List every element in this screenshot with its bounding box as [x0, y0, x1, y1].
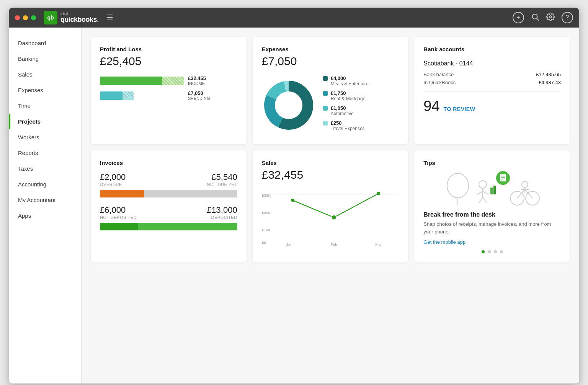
in-qb-label: In QuickBooks — [423, 80, 456, 85]
spending-label: SPENDING — [188, 96, 210, 101]
income-label: INCOME — [188, 81, 206, 86]
bank-balance-row: Bank balance £12,435.65 — [423, 72, 561, 77]
sidebar-item-my-accountant[interactable]: My Accountant — [9, 192, 81, 208]
sales-chart: £30K £20K £10K £0 — [262, 188, 399, 249]
tips-title: Tips — [423, 160, 561, 166]
expenses-card: Expenses £7,050 — [253, 37, 408, 144]
invoices-card: Invoices £2,000 OVERDUE £5,540 NOT DUE Y… — [91, 150, 247, 263]
close-button[interactable] — [15, 15, 20, 20]
sidebar-item-label: Dashboard — [18, 40, 46, 46]
sidebar-item-label: My Accountant — [18, 197, 56, 203]
legend-item-4: £250 Travel Expenses — [323, 120, 399, 131]
sales-title: Sales — [262, 160, 399, 166]
sidebar-item-workers[interactable]: Workers — [9, 129, 81, 145]
expenses-content: £4,000 Meals & Entertain... £1,750 Rent … — [262, 75, 399, 135]
tips-card: Tips — [414, 150, 570, 263]
invoices-title: Invoices — [100, 160, 237, 166]
spending-bar-container — [100, 91, 184, 100]
svg-text:£0: £0 — [262, 240, 266, 245]
svg-point-32 — [522, 181, 528, 188]
spending-value: £7,050 — [188, 90, 210, 96]
minimize-button[interactable] — [23, 15, 28, 20]
settings-icon[interactable] — [546, 13, 555, 23]
dashboard-grid: Profit and Loss £25,405 £32,455 INCOME — [91, 37, 570, 263]
sidebar-item-label: Taxes — [18, 165, 33, 172]
not-deposited-bar-fill — [100, 223, 138, 230]
legend-text-2: £1,750 Rent & Mortgage — [331, 90, 366, 101]
income-bar-container — [100, 77, 184, 85]
deposited-amount: £13,000 — [207, 205, 237, 215]
income-bar-info: £32,455 INCOME — [188, 75, 206, 86]
header-icons: + ? — [513, 12, 573, 23]
svg-line-25 — [479, 197, 483, 203]
tips-dot-4[interactable] — [500, 250, 503, 253]
not-due-amount: £5,540 — [207, 172, 237, 182]
titlebar: qb intuit quickbooks. ☰ + ? — [9, 8, 579, 28]
sidebar-item-banking[interactable]: Banking — [9, 51, 81, 67]
invoices-deposit-section: £6,000 NOT DEPOSITED £13,000 DEPOSITED — [100, 205, 237, 230]
chart-point-mar — [377, 192, 380, 195]
hamburger-icon[interactable]: ☰ — [106, 13, 113, 22]
sidebar-item-taxes[interactable]: Taxes — [9, 161, 81, 176]
app-window: qb intuit quickbooks. ☰ + ? Dashboard — [9, 8, 579, 383]
tips-mobile-link[interactable]: Get the mobile app — [423, 239, 561, 245]
sidebar-item-time[interactable]: Time — [9, 98, 81, 114]
tips-card-desc: Snap photos of receipts, manage invoices… — [423, 220, 561, 235]
review-count: 94 — [423, 98, 439, 114]
sidebar-item-projects[interactable]: Projects — [9, 114, 81, 129]
add-icon[interactable]: + — [513, 12, 524, 23]
sidebar-item-label: Projects — [18, 118, 41, 125]
sidebar-item-expenses[interactable]: Expenses — [9, 82, 81, 98]
main-layout: Dashboard Banking Sales Expenses Time Pr… — [9, 28, 579, 383]
tips-dot-2[interactable] — [488, 250, 491, 253]
svg-rect-40 — [493, 186, 496, 194]
deposit-bar — [100, 223, 237, 230]
not-deposited-col: £6,000 NOT DEPOSITED — [100, 205, 137, 220]
not-due-col: £5,540 NOT DUE YET — [207, 172, 237, 187]
tips-pagination — [423, 250, 561, 253]
legend-text-1: £4,000 Meals & Entertain... — [331, 75, 371, 86]
spending-bar-info: £7,050 SPENDING — [188, 90, 210, 101]
not-due-bar-fill — [144, 190, 237, 197]
sales-card: Sales £32,455 £30K £20K £10K £0 — [253, 150, 408, 263]
expenses-title: Expenses — [262, 46, 399, 52]
overdue-amount: £2,000 — [100, 172, 126, 182]
legend-dot-1 — [323, 76, 328, 81]
legend-value-1: £4,000 — [331, 75, 371, 81]
sidebar-item-apps[interactable]: Apps — [9, 208, 81, 223]
profit-loss-card: Profit and Loss £25,405 £32,455 INCOME — [91, 37, 247, 144]
profit-loss-amount: £25,405 — [100, 55, 237, 68]
tips-dot-3[interactable] — [494, 250, 497, 253]
donut-chart — [262, 78, 315, 132]
search-icon[interactable] — [531, 13, 539, 23]
sidebar-item-label: Sales — [18, 71, 33, 78]
svg-text:Feb: Feb — [330, 242, 337, 246]
invoices-deposit-row: £6,000 NOT DEPOSITED £13,000 DEPOSITED — [100, 205, 237, 220]
tips-dot-1[interactable] — [482, 250, 485, 253]
svg-line-24 — [483, 191, 488, 194]
sidebar-item-dashboard[interactable]: Dashboard — [9, 35, 81, 51]
sidebar-item-sales[interactable]: Sales — [9, 67, 81, 82]
review-row: 94 TO REVIEW — [423, 98, 561, 114]
sidebar-item-reports[interactable]: Reports — [9, 145, 81, 161]
legend-value-3: £1,050 — [331, 105, 354, 111]
tips-card-title: Break free from the desk — [423, 211, 561, 218]
legend-label-3: Automotive — [331, 111, 354, 116]
sidebar-item-label: Accounting — [18, 181, 46, 188]
sales-amount: £32,455 — [262, 168, 399, 181]
review-link[interactable]: TO REVIEW — [444, 106, 475, 112]
help-icon[interactable]: ? — [562, 12, 573, 23]
chart-point-jan — [291, 199, 294, 202]
legend-dot-2 — [323, 91, 328, 96]
sidebar-item-accounting[interactable]: Accounting — [9, 176, 81, 192]
svg-text:Mar: Mar — [375, 242, 382, 246]
bank-name: Scotiabank - 0144 — [423, 60, 561, 67]
legend-dot-4 — [323, 121, 328, 126]
svg-line-26 — [483, 197, 487, 203]
legend-label-1: Meals & Entertain... — [331, 81, 371, 86]
income-bar-row: £32,455 INCOME — [100, 75, 237, 86]
spending-bar-row: £7,050 SPENDING — [100, 90, 237, 101]
deposited-label: DEPOSITED — [207, 215, 237, 220]
maximize-button[interactable] — [31, 15, 36, 20]
bank-balance-value: £12,435.65 — [536, 72, 561, 77]
